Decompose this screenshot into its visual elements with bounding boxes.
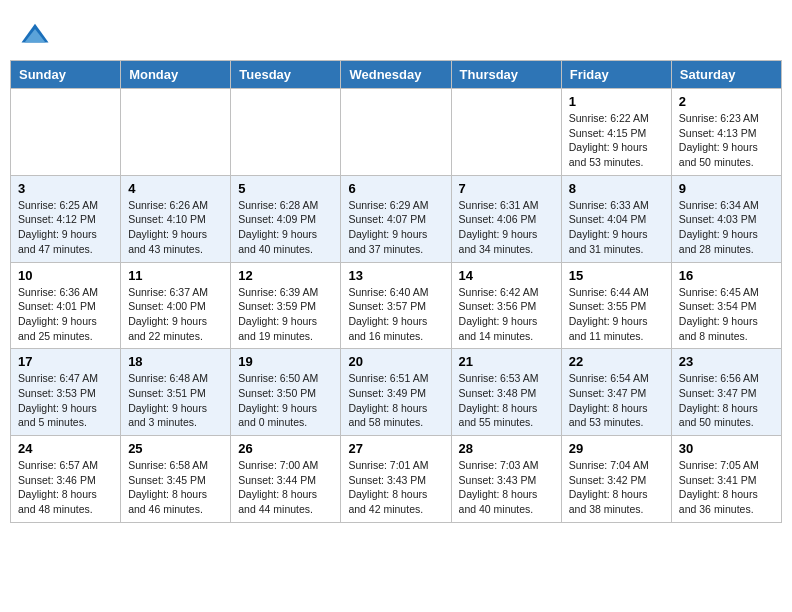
day-number: 8 <box>569 181 664 196</box>
calendar-cell: 20Sunrise: 6:51 AM Sunset: 3:49 PM Dayli… <box>341 349 451 436</box>
weekday-header-thursday: Thursday <box>451 61 561 89</box>
day-number: 25 <box>128 441 223 456</box>
calendar-week-row: 1Sunrise: 6:22 AM Sunset: 4:15 PM Daylig… <box>11 89 782 176</box>
day-number: 24 <box>18 441 113 456</box>
day-info: Sunrise: 6:47 AM Sunset: 3:53 PM Dayligh… <box>18 371 113 430</box>
page-header <box>10 10 782 55</box>
day-info: Sunrise: 6:22 AM Sunset: 4:15 PM Dayligh… <box>569 111 664 170</box>
calendar-table: SundayMondayTuesdayWednesdayThursdayFrid… <box>10 60 782 523</box>
calendar-cell: 10Sunrise: 6:36 AM Sunset: 4:01 PM Dayli… <box>11 262 121 349</box>
logo-icon <box>20 20 50 50</box>
calendar-cell: 18Sunrise: 6:48 AM Sunset: 3:51 PM Dayli… <box>121 349 231 436</box>
calendar-cell <box>341 89 451 176</box>
calendar-cell: 23Sunrise: 6:56 AM Sunset: 3:47 PM Dayli… <box>671 349 781 436</box>
calendar-cell: 12Sunrise: 6:39 AM Sunset: 3:59 PM Dayli… <box>231 262 341 349</box>
day-info: Sunrise: 6:50 AM Sunset: 3:50 PM Dayligh… <box>238 371 333 430</box>
calendar-cell: 1Sunrise: 6:22 AM Sunset: 4:15 PM Daylig… <box>561 89 671 176</box>
day-info: Sunrise: 6:23 AM Sunset: 4:13 PM Dayligh… <box>679 111 774 170</box>
calendar-cell: 2Sunrise: 6:23 AM Sunset: 4:13 PM Daylig… <box>671 89 781 176</box>
day-info: Sunrise: 7:00 AM Sunset: 3:44 PM Dayligh… <box>238 458 333 517</box>
calendar-header-row: SundayMondayTuesdayWednesdayThursdayFrid… <box>11 61 782 89</box>
calendar-cell: 13Sunrise: 6:40 AM Sunset: 3:57 PM Dayli… <box>341 262 451 349</box>
day-number: 16 <box>679 268 774 283</box>
day-info: Sunrise: 6:26 AM Sunset: 4:10 PM Dayligh… <box>128 198 223 257</box>
day-info: Sunrise: 6:48 AM Sunset: 3:51 PM Dayligh… <box>128 371 223 430</box>
day-info: Sunrise: 6:34 AM Sunset: 4:03 PM Dayligh… <box>679 198 774 257</box>
day-info: Sunrise: 6:31 AM Sunset: 4:06 PM Dayligh… <box>459 198 554 257</box>
day-info: Sunrise: 6:51 AM Sunset: 3:49 PM Dayligh… <box>348 371 443 430</box>
day-number: 3 <box>18 181 113 196</box>
weekday-header-wednesday: Wednesday <box>341 61 451 89</box>
calendar-cell: 24Sunrise: 6:57 AM Sunset: 3:46 PM Dayli… <box>11 436 121 523</box>
calendar-week-row: 17Sunrise: 6:47 AM Sunset: 3:53 PM Dayli… <box>11 349 782 436</box>
weekday-header-friday: Friday <box>561 61 671 89</box>
day-number: 19 <box>238 354 333 369</box>
day-info: Sunrise: 6:28 AM Sunset: 4:09 PM Dayligh… <box>238 198 333 257</box>
day-number: 18 <box>128 354 223 369</box>
calendar-cell: 17Sunrise: 6:47 AM Sunset: 3:53 PM Dayli… <box>11 349 121 436</box>
calendar-week-row: 24Sunrise: 6:57 AM Sunset: 3:46 PM Dayli… <box>11 436 782 523</box>
calendar-cell: 3Sunrise: 6:25 AM Sunset: 4:12 PM Daylig… <box>11 175 121 262</box>
day-info: Sunrise: 6:25 AM Sunset: 4:12 PM Dayligh… <box>18 198 113 257</box>
calendar-cell <box>121 89 231 176</box>
day-number: 9 <box>679 181 774 196</box>
day-info: Sunrise: 7:04 AM Sunset: 3:42 PM Dayligh… <box>569 458 664 517</box>
calendar-cell: 4Sunrise: 6:26 AM Sunset: 4:10 PM Daylig… <box>121 175 231 262</box>
day-number: 15 <box>569 268 664 283</box>
day-number: 13 <box>348 268 443 283</box>
day-number: 2 <box>679 94 774 109</box>
day-info: Sunrise: 6:54 AM Sunset: 3:47 PM Dayligh… <box>569 371 664 430</box>
day-info: Sunrise: 6:33 AM Sunset: 4:04 PM Dayligh… <box>569 198 664 257</box>
weekday-header-tuesday: Tuesday <box>231 61 341 89</box>
weekday-header-sunday: Sunday <box>11 61 121 89</box>
day-number: 10 <box>18 268 113 283</box>
day-number: 12 <box>238 268 333 283</box>
calendar-cell: 21Sunrise: 6:53 AM Sunset: 3:48 PM Dayli… <box>451 349 561 436</box>
calendar-cell: 22Sunrise: 6:54 AM Sunset: 3:47 PM Dayli… <box>561 349 671 436</box>
day-info: Sunrise: 6:37 AM Sunset: 4:00 PM Dayligh… <box>128 285 223 344</box>
calendar-cell: 19Sunrise: 6:50 AM Sunset: 3:50 PM Dayli… <box>231 349 341 436</box>
day-info: Sunrise: 6:53 AM Sunset: 3:48 PM Dayligh… <box>459 371 554 430</box>
calendar-cell: 8Sunrise: 6:33 AM Sunset: 4:04 PM Daylig… <box>561 175 671 262</box>
day-number: 4 <box>128 181 223 196</box>
day-number: 22 <box>569 354 664 369</box>
calendar-cell: 30Sunrise: 7:05 AM Sunset: 3:41 PM Dayli… <box>671 436 781 523</box>
calendar-cell: 7Sunrise: 6:31 AM Sunset: 4:06 PM Daylig… <box>451 175 561 262</box>
calendar-cell: 6Sunrise: 6:29 AM Sunset: 4:07 PM Daylig… <box>341 175 451 262</box>
day-info: Sunrise: 6:57 AM Sunset: 3:46 PM Dayligh… <box>18 458 113 517</box>
day-info: Sunrise: 6:56 AM Sunset: 3:47 PM Dayligh… <box>679 371 774 430</box>
calendar-cell: 28Sunrise: 7:03 AM Sunset: 3:43 PM Dayli… <box>451 436 561 523</box>
day-info: Sunrise: 6:44 AM Sunset: 3:55 PM Dayligh… <box>569 285 664 344</box>
day-info: Sunrise: 6:40 AM Sunset: 3:57 PM Dayligh… <box>348 285 443 344</box>
calendar-cell <box>231 89 341 176</box>
calendar-week-row: 10Sunrise: 6:36 AM Sunset: 4:01 PM Dayli… <box>11 262 782 349</box>
calendar-week-row: 3Sunrise: 6:25 AM Sunset: 4:12 PM Daylig… <box>11 175 782 262</box>
logo <box>20 20 52 50</box>
day-number: 21 <box>459 354 554 369</box>
calendar-cell: 5Sunrise: 6:28 AM Sunset: 4:09 PM Daylig… <box>231 175 341 262</box>
day-info: Sunrise: 7:03 AM Sunset: 3:43 PM Dayligh… <box>459 458 554 517</box>
calendar-cell: 25Sunrise: 6:58 AM Sunset: 3:45 PM Dayli… <box>121 436 231 523</box>
calendar-cell: 15Sunrise: 6:44 AM Sunset: 3:55 PM Dayli… <box>561 262 671 349</box>
day-info: Sunrise: 7:05 AM Sunset: 3:41 PM Dayligh… <box>679 458 774 517</box>
day-number: 23 <box>679 354 774 369</box>
day-number: 17 <box>18 354 113 369</box>
day-info: Sunrise: 6:58 AM Sunset: 3:45 PM Dayligh… <box>128 458 223 517</box>
weekday-header-monday: Monday <box>121 61 231 89</box>
day-number: 26 <box>238 441 333 456</box>
day-number: 30 <box>679 441 774 456</box>
day-info: Sunrise: 6:45 AM Sunset: 3:54 PM Dayligh… <box>679 285 774 344</box>
day-number: 14 <box>459 268 554 283</box>
day-number: 5 <box>238 181 333 196</box>
calendar-cell <box>451 89 561 176</box>
day-info: Sunrise: 6:39 AM Sunset: 3:59 PM Dayligh… <box>238 285 333 344</box>
calendar-cell: 27Sunrise: 7:01 AM Sunset: 3:43 PM Dayli… <box>341 436 451 523</box>
calendar-cell: 9Sunrise: 6:34 AM Sunset: 4:03 PM Daylig… <box>671 175 781 262</box>
day-number: 29 <box>569 441 664 456</box>
calendar-cell: 11Sunrise: 6:37 AM Sunset: 4:00 PM Dayli… <box>121 262 231 349</box>
day-info: Sunrise: 6:29 AM Sunset: 4:07 PM Dayligh… <box>348 198 443 257</box>
calendar-cell: 16Sunrise: 6:45 AM Sunset: 3:54 PM Dayli… <box>671 262 781 349</box>
day-info: Sunrise: 6:42 AM Sunset: 3:56 PM Dayligh… <box>459 285 554 344</box>
day-number: 6 <box>348 181 443 196</box>
day-number: 7 <box>459 181 554 196</box>
